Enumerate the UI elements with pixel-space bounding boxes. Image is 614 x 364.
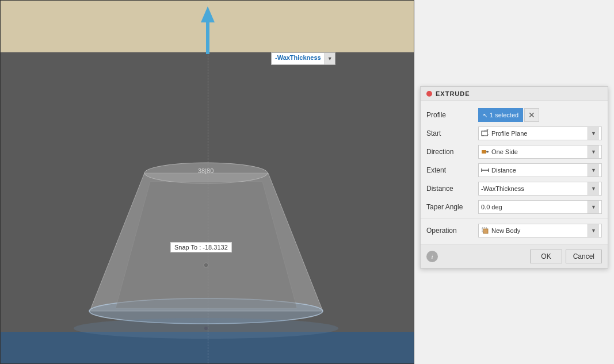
footer-buttons: OK Cancel xyxy=(530,250,602,263)
direction-dropdown-arrow[interactable]: ▼ xyxy=(588,145,599,158)
start-value: Profile Plane xyxy=(491,130,527,137)
profile-plane-icon xyxy=(481,129,489,137)
operation-dropdown[interactable]: New Body ▼ xyxy=(478,224,602,237)
panel-footer: i OK Cancel xyxy=(421,244,608,268)
panel-divider xyxy=(421,219,608,219)
one-side-icon xyxy=(481,148,489,156)
panel-title: EXTRUDE xyxy=(436,90,470,97)
info-button[interactable]: i xyxy=(426,251,438,262)
operation-select-text: New Body xyxy=(481,227,520,235)
extent-value: Distance xyxy=(491,167,516,174)
measurement-label: 38|80 xyxy=(198,167,213,174)
extrude-panel: EXTRUDE Profile ↖ 1 selected ✕ Start xyxy=(420,86,608,269)
start-control[interactable]: Profile Plane ▼ xyxy=(478,127,602,140)
taper-angle-control[interactable]: 0.0 deg ▼ xyxy=(478,200,602,214)
ok-button[interactable]: OK xyxy=(530,250,562,263)
distance-icon xyxy=(481,166,489,174)
operation-value: New Body xyxy=(491,227,520,234)
distance-dropdown-arrow[interactable]: ▼ xyxy=(588,182,599,195)
direction-label: Direction xyxy=(426,148,478,156)
distance-select-text: -WaxThickness xyxy=(481,185,524,192)
cancel-button[interactable]: Cancel xyxy=(566,250,602,263)
extent-dropdown-arrow[interactable]: ▼ xyxy=(588,164,599,177)
profile-clear-button[interactable]: ✕ xyxy=(524,108,539,122)
panel-row-taper-angle: Taper Angle 0.0 deg ▼ xyxy=(421,198,608,216)
svg-rect-19 xyxy=(483,229,488,233)
distance-dropdown[interactable]: -WaxThickness ▼ xyxy=(478,182,602,196)
distance-control[interactable]: -WaxThickness ▼ xyxy=(478,182,602,196)
panel-row-operation: Operation New Body ▼ xyxy=(421,221,608,240)
panel-body: Profile ↖ 1 selected ✕ Start xyxy=(421,101,608,244)
panel-row-extent: Extent Distance ▼ xyxy=(421,161,608,179)
panel-row-start: Start Profile Plane xyxy=(421,124,608,143)
extent-label: Extent xyxy=(426,166,478,174)
distance-value: -WaxThickness xyxy=(481,185,524,192)
profile-selected-button[interactable]: ↖ 1 selected xyxy=(478,108,523,122)
direction-control[interactable]: One Side ▼ xyxy=(478,145,602,159)
operation-label: Operation xyxy=(426,227,478,235)
profile-selected-text: 1 selected xyxy=(490,112,518,118)
taper-angle-select-text: 0.0 deg xyxy=(481,204,502,210)
svg-rect-7 xyxy=(482,131,487,136)
new-body-icon xyxy=(481,227,489,235)
panel-row-direction: Direction One Side ▼ xyxy=(421,143,608,161)
3d-shape xyxy=(1,1,414,363)
taper-angle-dropdown[interactable]: 0.0 deg ▼ xyxy=(478,200,602,214)
start-dropdown-arrow[interactable]: ▼ xyxy=(588,127,599,140)
panel-status-dot xyxy=(426,91,432,97)
viewport[interactable]: -WaxThickness ▼ 38|80 Snap To : -18.3132 xyxy=(0,0,414,364)
profile-label: Profile xyxy=(426,111,478,119)
distance-label: Distance xyxy=(426,185,478,193)
taper-angle-label: Taper Angle xyxy=(426,203,478,211)
operation-control[interactable]: New Body ▼ xyxy=(478,224,602,237)
svg-rect-12 xyxy=(482,150,486,154)
extent-dropdown[interactable]: Distance ▼ xyxy=(478,163,602,177)
panel-row-distance: Distance -WaxThickness ▼ xyxy=(421,179,608,198)
direction-dropdown[interactable]: One Side ▼ xyxy=(478,145,602,159)
start-label: Start xyxy=(426,129,478,137)
svg-point-6 xyxy=(204,327,208,330)
panel-header: EXTRUDE xyxy=(421,87,608,101)
panel-container: EXTRUDE Profile ↖ 1 selected ✕ Start xyxy=(414,0,614,364)
extent-select-text: Distance xyxy=(481,166,516,174)
direction-value: One Side xyxy=(491,148,518,155)
snap-tooltip: Snap To : -18.3132 xyxy=(170,242,232,252)
taper-angle-dropdown-arrow[interactable]: ▼ xyxy=(588,201,599,213)
start-dropdown[interactable]: Profile Plane ▼ xyxy=(478,127,602,140)
svg-point-5 xyxy=(204,263,208,267)
start-select-text: Profile Plane xyxy=(481,129,527,137)
cursor-icon: ↖ xyxy=(483,112,487,118)
direction-select-text: One Side xyxy=(481,148,518,156)
profile-control: ↖ 1 selected ✕ xyxy=(478,108,602,122)
taper-angle-value: 0.0 deg xyxy=(481,204,502,210)
svg-marker-14 xyxy=(487,151,489,153)
panel-row-profile: Profile ↖ 1 selected ✕ xyxy=(421,106,608,124)
operation-dropdown-arrow[interactable]: ▼ xyxy=(588,224,599,237)
extent-control[interactable]: Distance ▼ xyxy=(478,163,602,177)
